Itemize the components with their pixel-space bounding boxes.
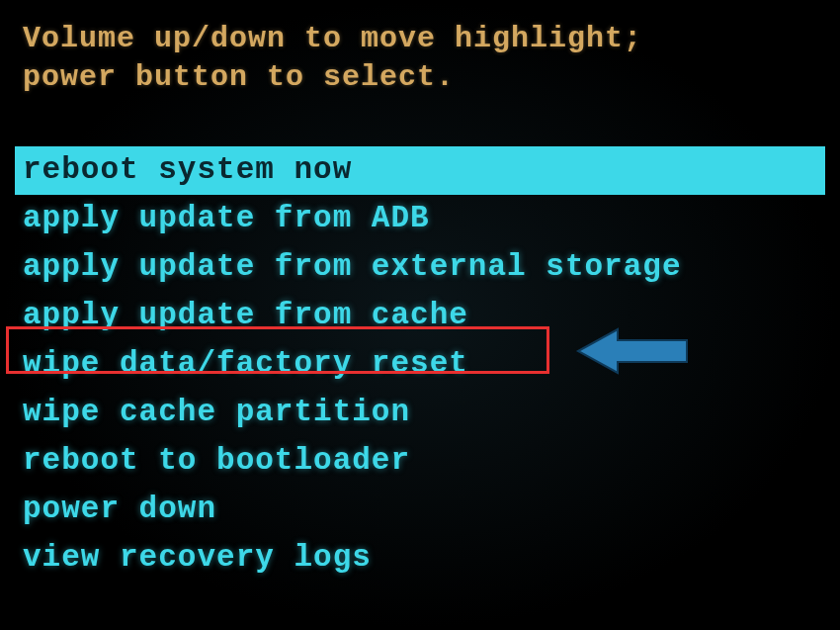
menu-item-reboot-system[interactable]: reboot system now [15,146,825,195]
menu-item-view-recovery-logs[interactable]: view recovery logs [15,534,825,583]
instruction-line-2: power button to select. [23,58,825,97]
recovery-menu: reboot system now apply update from ADB … [15,146,825,582]
menu-item-apply-update-adb[interactable]: apply update from ADB [15,195,825,243]
menu-item-wipe-data-factory-reset[interactable]: wipe data/factory reset [15,340,825,389]
menu-item-wipe-cache-partition[interactable]: wipe cache partition [15,389,825,437]
instructions-text: Volume up/down to move highlight; power … [15,20,825,97]
menu-item-reboot-bootloader[interactable]: reboot to bootloader [15,437,825,486]
menu-item-apply-update-cache[interactable]: apply update from cache [15,292,825,340]
menu-item-apply-update-external[interactable]: apply update from external storage [15,243,825,292]
instruction-line-1: Volume up/down to move highlight; [23,20,825,58]
menu-item-power-down[interactable]: power down [15,486,825,534]
recovery-screen: Volume up/down to move highlight; power … [0,0,840,601]
